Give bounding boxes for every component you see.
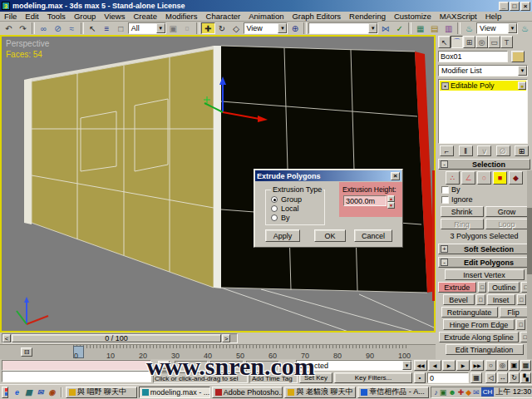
menu-graph-editors[interactable]: Graph Editors [288,12,345,22]
quick-render-icon[interactable]: ♨ [518,22,532,34]
menu-tools[interactable]: Tools [43,12,70,22]
tab-display[interactable]: ▭ [488,36,500,48]
menu-edit[interactable]: Edit [21,12,42,22]
chevron-down-icon[interactable]: ▼ [518,66,527,76]
rollout-soft-selection[interactable]: + Soft Selection [438,244,530,254]
curve-editor-icon[interactable]: ▦ [413,22,427,34]
select-and-link-icon[interactable]: ∞ [37,22,51,34]
viewport-label[interactable]: Perspective [6,39,50,48]
scrollbar-thumb[interactable] [527,208,532,274]
pan-icon[interactable]: ↔ [497,372,508,383]
ignore-checkbox[interactable]: Ignore [438,195,530,204]
zoom-icon[interactable]: ○ [485,360,496,371]
align-icon[interactable]: ✓ [392,22,406,34]
task-button-item[interactable]: 與 唱野 聊天中 [66,387,137,398]
collapse-icon[interactable]: - [441,259,448,266]
task-button-modeling-max[interactable]: modeling.max - ... [139,387,210,398]
radio-icon[interactable] [271,214,278,221]
tab-hierarchy[interactable]: ⊞ [463,36,475,48]
time-slider-prev[interactable]: < [2,334,11,342]
current-frame-field[interactable]: 0 [427,372,469,383]
insert-vertex-button[interactable]: Insert Vertex [445,269,525,280]
use-pivot-center-icon[interactable]: ⊕ [288,22,302,34]
coordinate-y-field[interactable] [210,361,244,372]
spinner-up-icon[interactable]: ▲ [387,195,395,202]
rollout-edit-polygons[interactable]: - Edit Polygons [438,257,530,268]
mirror-icon[interactable]: ⋈ [378,22,392,34]
radio-icon[interactable] [271,205,278,212]
dialog-close-button[interactable]: × [391,172,400,180]
start-button[interactable]: 開始 [2,387,8,398]
volume-tray-icon[interactable]: ♪ [434,387,438,397]
cancel-button[interactable]: Cancel [354,229,392,242]
radio-local[interactable]: Local [271,204,324,213]
vertex-icon[interactable]: ∴ [446,171,460,185]
dialog-title-bar[interactable]: Extrude Polygons × [255,170,401,181]
ring-button[interactable]: Ring [441,219,484,229]
grow-button[interactable]: Grow [485,206,529,217]
tab-create[interactable]: ↖ [438,36,451,48]
arc-rotate-icon[interactable]: ↻ [509,372,520,383]
expand-icon[interactable]: + [441,245,448,253]
object-color-swatch[interactable] [511,51,525,62]
key-filters-button[interactable]: Key Filters... [334,372,412,383]
task-button-item[interactable]: 與 老貓浪 聊天中 [284,387,356,398]
snap-toggle-icon[interactable]: ¤ [180,22,195,34]
undo-icon[interactable]: ↶ [2,22,16,34]
time-slider-next[interactable]: > [222,334,230,342]
display-tray-icon[interactable]: ▣ [440,387,447,397]
task-button-a[interactable]: 章信相作品 - A... [357,387,429,398]
min-max-toggle-icon[interactable]: ▚ [520,372,531,383]
by-checkbox[interactable]: By [438,185,530,195]
zoom-all-icon[interactable]: ◎ [497,360,508,371]
flip-button[interactable]: Flip [500,307,528,318]
play-button[interactable]: ▶ [442,360,456,371]
apply-button[interactable]: Apply [265,229,300,242]
antivirus-tray-icon[interactable]: ◆ [466,387,471,397]
select-and-scale-icon[interactable]: ◇ [229,22,244,34]
bind-to-space-warp-icon[interactable]: ≈ [65,22,79,34]
selection-filter-dropdown[interactable]: All▼ [128,22,166,34]
mail-tray-icon[interactable]: ✉ [473,387,480,397]
modifier-stack[interactable]: ▪ Editable Poly ● [438,79,528,144]
object-name-field[interactable]: Box01 [438,51,508,62]
hinge-from-edge-settings-icon[interactable]: □ [516,319,525,330]
extrude-settings-icon[interactable]: □ [478,282,487,293]
menu-modifiers[interactable]: Modifiers [161,12,202,22]
menu-customize[interactable]: Customize [390,12,436,22]
window-crossing-icon[interactable]: ▣ [166,22,180,34]
material-editor-icon[interactable]: ▥ [441,22,456,34]
add-time-tag[interactable]: Add Time Tag [249,372,298,383]
close-button[interactable]: × [520,2,530,11]
hinge-from-edge-button[interactable]: Hinge From Edge [443,319,515,330]
extrusion-height-field[interactable]: 3000.0m [343,195,387,206]
spinner-down-icon[interactable]: ▼ [387,202,395,209]
maxscript-listener-white[interactable] [2,371,151,382]
go-to-start-button[interactable]: ◀◀ [414,360,427,371]
menu-create[interactable]: Create [129,12,161,22]
menu-file[interactable]: File [0,12,21,22]
redo-icon[interactable]: ↷ [16,22,30,34]
polygon-icon[interactable]: ■ [493,171,507,185]
show-desktop-icon[interactable]: ▦ [23,387,34,397]
menu-animation[interactable]: Animation [244,12,288,22]
visibility-lightbulb-icon[interactable]: ● [518,81,526,90]
tab-motion[interactable]: ◎ [475,36,488,48]
selected-dropdown[interactable]: Selected ▼ [296,360,412,371]
tab-utilities[interactable]: T [500,36,513,48]
previous-frame-button[interactable]: ◀ [428,360,441,371]
time-slider-thumb[interactable]: 0 / 100 [12,334,221,342]
radio-group[interactable]: Group [271,195,324,204]
reference-coordinate-dropdown[interactable]: View▼ [244,22,288,34]
loop-button[interactable]: Loop [485,219,529,229]
inset-button[interactable]: Inset [487,294,515,305]
extrusion-height-spinner[interactable]: ▲ ▼ [387,195,395,206]
menu-help[interactable]: Help [481,12,506,22]
next-frame-button[interactable]: ▶ [456,360,470,371]
chevron-down-icon[interactable]: ▼ [402,361,411,370]
select-by-name-icon[interactable]: ≡ [100,22,114,34]
unlink-selection-icon[interactable]: ⊘ [51,22,65,34]
make-unique-icon[interactable]: ∨ [477,145,491,156]
extrude-along-spline-button[interactable]: Extrude Along Spline [439,332,519,342]
stack-expand-icon[interactable]: ▪ [441,82,449,90]
